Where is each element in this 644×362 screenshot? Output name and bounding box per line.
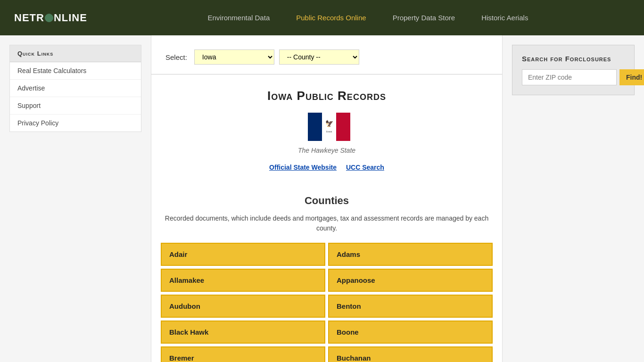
state-nickname: The Hawkeye State <box>170 147 483 154</box>
sidebar-link-advertise[interactable]: Advertise <box>10 80 141 97</box>
svg-rect-2 <box>336 113 350 141</box>
state-title: Iowa Public Records <box>170 89 483 103</box>
nav-environmental-data[interactable]: Environmental Data <box>194 14 283 22</box>
foreclosure-title: Search for Forclosures <box>522 55 625 63</box>
globe-icon <box>45 14 53 22</box>
quick-links-title: Quick Links <box>10 45 141 62</box>
zip-input[interactable] <box>522 69 617 85</box>
sidebar-link-support[interactable]: Support <box>10 97 141 115</box>
state-links: Official State Website UCC Search <box>170 164 483 171</box>
state-flag: 🦅 Iowa <box>308 113 346 143</box>
counties-grid: Adair Adams Allamakee Appanoose Audubon … <box>161 243 493 362</box>
quick-links-card: Quick Links Real Estate Calculators Adve… <box>9 45 141 132</box>
main-nav: Environmental Data Public Records Online… <box>106 14 630 22</box>
nav-public-records[interactable]: Public Records Online <box>283 14 379 22</box>
find-button[interactable]: Find! <box>619 69 644 85</box>
county-boone[interactable]: Boone <box>328 321 493 344</box>
county-bremer[interactable]: Bremer <box>161 346 325 362</box>
official-website-link[interactable]: Official State Website <box>269 164 337 171</box>
nav-historic-aerials[interactable]: Historic Aerials <box>468 14 541 22</box>
main-content: Select: Iowa -- County -- Iowa Public Re… <box>151 35 503 362</box>
county-allamakee[interactable]: Allamakee <box>161 269 325 292</box>
county-adams[interactable]: Adams <box>328 243 493 266</box>
left-sidebar: Quick Links Real Estate Calculators Adve… <box>0 35 151 362</box>
county-black-hawk[interactable]: Black Hawk <box>161 321 325 344</box>
nav-property-data-store[interactable]: Property Data Store <box>380 14 469 22</box>
select-bar: Select: Iowa -- County -- <box>151 45 502 74</box>
page-body: Quick Links Real Estate Calculators Adve… <box>0 35 644 362</box>
foreclosure-form: Find! <box>522 69 625 85</box>
state-select[interactable]: Iowa <box>194 49 274 65</box>
ucc-search-link[interactable]: UCC Search <box>346 164 384 171</box>
sidebar-link-calculators[interactable]: Real Estate Calculators <box>10 62 141 80</box>
foreclosure-box: Search for Forclosures Find! <box>512 45 635 95</box>
state-section: Iowa Public Records 🦅 Iowa The Hawkeye S… <box>151 79 502 195</box>
logo: NETRNLINE <box>14 12 87 24</box>
svg-text:🦅: 🦅 <box>325 120 334 128</box>
county-adair[interactable]: Adair <box>161 243 325 266</box>
header: NETRNLINE Environmental Data Public Reco… <box>0 0 644 35</box>
right-sidebar: Search for Forclosures Find! <box>503 35 644 362</box>
county-benton[interactable]: Benton <box>328 295 493 318</box>
county-select[interactable]: -- County -- <box>279 49 359 65</box>
counties-title: Counties <box>161 195 493 207</box>
county-audubon[interactable]: Audubon <box>161 295 325 318</box>
county-buchanan[interactable]: Buchanan <box>328 346 493 362</box>
select-label: Select: <box>165 53 187 61</box>
counties-section: Counties Recorded documents, which inclu… <box>151 195 502 362</box>
counties-description: Recorded documents, which include deeds … <box>161 214 493 233</box>
sidebar-link-privacy[interactable]: Privacy Policy <box>10 115 141 132</box>
county-appanoose[interactable]: Appanoose <box>328 269 493 292</box>
svg-text:Iowa: Iowa <box>326 130 332 133</box>
svg-rect-0 <box>308 113 322 141</box>
